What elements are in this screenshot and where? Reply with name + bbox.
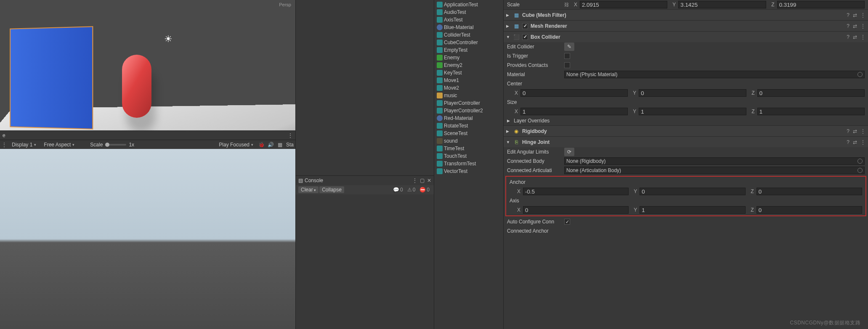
help-icon[interactable]: ? — [847, 34, 849, 40]
rigidbody-header[interactable]: ▶ ◉ Rigidbody ?⇄⋮ — [504, 125, 868, 136]
game-view[interactable] — [0, 149, 295, 329]
hierarchy-item[interactable]: RotateTest — [434, 122, 503, 130]
help-icon[interactable]: ? — [847, 23, 849, 29]
help-icon[interactable]: ? — [847, 12, 849, 18]
center-x-input[interactable] — [520, 89, 628, 97]
expand-icon[interactable]: ▶ — [507, 119, 511, 123]
hierarchy-item[interactable]: PlayerController — [434, 99, 503, 107]
menu-icon[interactable]: ⋮ — [860, 139, 865, 145]
box-collider-enabled[interactable] — [522, 34, 528, 40]
box-collider-header[interactable]: ▼ ⬛ Box Collider ?⇄⋮ — [504, 31, 868, 42]
mesh-renderer-header[interactable]: ▶ ▦ Mesh Renderer ?⇄⋮ — [504, 20, 868, 31]
mesh-filter-header[interactable]: ▶ ▦ Cube (Mesh Filter) ?⇄⋮ — [504, 9, 868, 20]
display-dropdown[interactable]: Display 1 — [9, 142, 39, 148]
scene-view[interactable]: ☀ Persp — [0, 0, 295, 130]
audio-icon[interactable]: 🔊 — [268, 142, 274, 148]
hierarchy-item[interactable]: SceneTest — [434, 130, 503, 137]
panel-menu-icon[interactable]: ⋮ — [288, 133, 293, 138]
material-field[interactable]: None (Physic Material) — [564, 71, 865, 78]
hierarchy-item[interactable]: ApplicationTest — [434, 1, 503, 8]
error-count[interactable]: ⛔0 — [418, 187, 431, 193]
console-tab[interactable]: ▤ Console — [298, 178, 323, 183]
expand-icon[interactable]: ▶ — [506, 24, 510, 28]
size-x-input[interactable] — [520, 108, 628, 115]
preset-icon[interactable]: ⇄ — [853, 128, 857, 134]
provides-contacts-checkbox[interactable] — [564, 62, 570, 68]
hierarchy-item[interactable]: TimeTest — [434, 145, 503, 152]
edit-collider-button[interactable]: ✎ — [564, 42, 574, 51]
preset-icon[interactable]: ⇄ — [853, 34, 857, 40]
preset-icon[interactable]: ⇄ — [853, 139, 857, 145]
mesh-renderer-enabled[interactable] — [522, 23, 528, 29]
collapse-icon[interactable]: ▼ — [506, 35, 510, 39]
auto-configure-checkbox[interactable] — [564, 219, 570, 225]
hierarchy-item[interactable]: TouchTest — [434, 152, 503, 160]
hierarchy-item[interactable]: VectorTest — [434, 167, 503, 175]
hierarchy-item[interactable]: AudioTest — [434, 8, 503, 16]
play-focused-dropdown[interactable]: Play Focused — [216, 142, 256, 148]
anchor-y-input[interactable] — [640, 188, 745, 195]
hierarchy-item[interactable]: Enemy — [434, 54, 503, 61]
link-icon[interactable]: ⛓ — [564, 2, 569, 7]
hierarchy-item[interactable]: sound — [434, 137, 503, 145]
bug-icon[interactable]: 🐞 — [258, 142, 265, 148]
anchor-z-input[interactable] — [757, 188, 862, 195]
preset-icon[interactable]: ⇄ — [853, 23, 857, 29]
clear-button[interactable]: Clear — [298, 186, 319, 193]
red-capsule-object[interactable] — [122, 55, 151, 118]
console-close-icon[interactable]: ✕ — [427, 178, 431, 183]
warn-count[interactable]: ⚠0 — [406, 187, 417, 193]
hierarchy-item[interactable]: EmptyTest — [434, 46, 503, 54]
scale-slider[interactable] — [105, 144, 126, 146]
stats-icon[interactable]: ▦ — [277, 142, 284, 148]
hinge-joint-header[interactable]: ▼ ⎘ Hinge Joint ?⇄⋮ — [504, 136, 868, 147]
hierarchy-item[interactable]: AxisTest — [434, 16, 503, 24]
menu-icon[interactable]: ⋮ — [860, 12, 865, 18]
menu-icon[interactable]: ⋮ — [860, 34, 865, 40]
hierarchy-item[interactable]: ColliderTest — [434, 31, 503, 39]
help-icon[interactable]: ? — [847, 139, 849, 145]
scale-x-input[interactable] — [580, 1, 667, 8]
drag-handle-icon[interactable]: ⋮ — [2, 142, 7, 148]
help-icon[interactable]: ? — [847, 128, 849, 134]
axis-y-input[interactable] — [640, 206, 745, 214]
console-popout-icon[interactable]: ⋮ — [412, 178, 417, 183]
axis-x-input[interactable] — [523, 206, 629, 214]
is-trigger-checkbox[interactable] — [564, 53, 570, 59]
hierarchy-item[interactable]: Move1 — [434, 77, 503, 84]
center-z-input[interactable] — [757, 89, 865, 97]
object-picker-icon[interactable] — [857, 159, 863, 164]
scale-z-input[interactable] — [777, 1, 865, 8]
hierarchy-item[interactable]: CubeController — [434, 39, 503, 46]
axis-z-input[interactable] — [757, 206, 862, 214]
connected-body-field[interactable]: None (Rigidbody) — [564, 157, 865, 165]
blue-cube-object[interactable] — [10, 26, 93, 130]
console-maximize-icon[interactable]: ▢ — [420, 178, 425, 183]
hierarchy-item[interactable]: Enemy2 — [434, 61, 503, 69]
expand-icon[interactable]: ▶ — [506, 13, 510, 17]
scale-y-input[interactable] — [678, 1, 766, 8]
hierarchy-item[interactable]: Red-Material — [434, 114, 503, 122]
expand-icon[interactable]: ▶ — [506, 129, 510, 133]
size-z-input[interactable] — [757, 108, 865, 115]
menu-icon[interactable]: ⋮ — [860, 128, 865, 134]
hierarchy-item[interactable]: music — [434, 92, 503, 99]
preset-icon[interactable]: ⇄ — [853, 12, 857, 18]
hierarchy-item[interactable]: Blue-Material — [434, 24, 503, 31]
light-gizmo-icon[interactable]: ☀ — [164, 34, 173, 45]
connected-articulation-field[interactable]: None (Articulation Body) — [564, 167, 865, 174]
aspect-dropdown[interactable]: Free Aspect — [41, 142, 88, 148]
menu-icon[interactable]: ⋮ — [860, 23, 865, 29]
collapse-button[interactable]: Collapse — [319, 186, 344, 193]
anchor-x-input[interactable] — [523, 188, 629, 195]
object-picker-icon[interactable] — [857, 72, 863, 77]
hierarchy-item[interactable]: Move2 — [434, 84, 503, 92]
center-y-input[interactable] — [639, 89, 746, 97]
collapse-icon[interactable]: ▼ — [506, 140, 510, 144]
edit-angular-limits-button[interactable]: ⟳ — [564, 148, 574, 156]
hierarchy-item[interactable]: TransformTest — [434, 160, 503, 167]
hierarchy-item[interactable]: KeyTest — [434, 69, 503, 77]
hierarchy-panel[interactable]: ApplicationTestAudioTestAxisTestBlue-Mat… — [434, 0, 503, 329]
object-picker-icon[interactable] — [857, 168, 863, 173]
hierarchy-item[interactable]: PlayerController2 — [434, 107, 503, 114]
